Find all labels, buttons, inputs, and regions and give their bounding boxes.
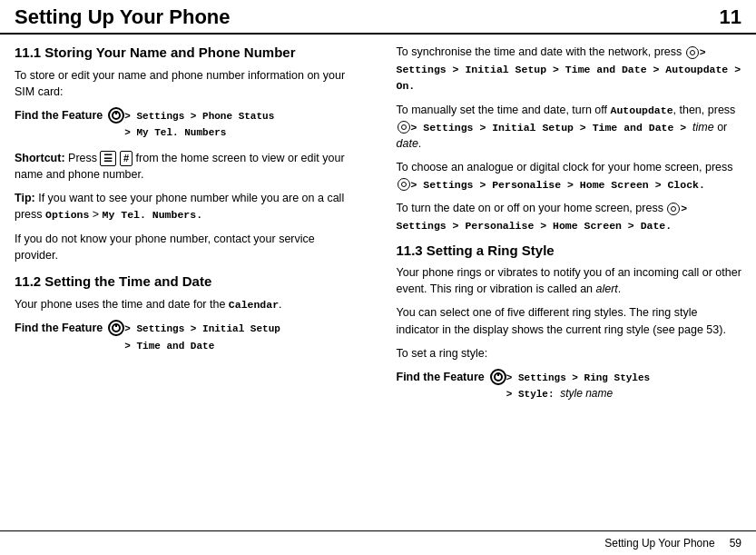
autoupdate-mono: Autoupdate <box>611 104 673 116</box>
style-name-italic: style name <box>560 387 613 400</box>
nav-dot-manual <box>398 121 410 134</box>
key-menu: ☰ <box>100 151 116 166</box>
ring-path-line2: > Style: <box>506 389 560 400</box>
para1-text: Your phone rings or vibrates to notify y… <box>397 266 741 295</box>
calendar-mono: Calendar <box>229 299 279 311</box>
find-feature-label-11-1: Find the Feature <box>15 107 124 124</box>
find-feature-11-3: Find the Feature > Settings > Ring Style… <box>397 369 742 402</box>
tip-gt: > <box>89 208 102 221</box>
manual-path: > Settings > Initial Setup > Time and Da… <box>411 122 693 134</box>
page-title: Setting Up Your Phone <box>15 5 231 29</box>
shortcut-label: Shortcut: <box>15 152 65 164</box>
manual-text2: , then, press <box>673 104 736 116</box>
section-11-2: 11.2 Setting the Time and Date Your phon… <box>15 273 360 353</box>
left-column: 11.1 Storing Your Name and Phone Number … <box>15 44 368 517</box>
section-11-2-intro-text: Your phone uses the time and date for th… <box>15 298 229 311</box>
para1-italic: alert <box>596 282 618 295</box>
section-11-3-heading: 11.3 Setting a Ring Style <box>397 242 742 260</box>
footer-text: Setting Up Your Phone <box>604 537 714 550</box>
date-on-text: To turn the date on or off on your home … <box>397 200 742 233</box>
provider-text: If you do not know your phone number, co… <box>15 231 360 263</box>
tip-label: Tip: <box>15 192 35 204</box>
page-header: Setting Up Your Phone 11 <box>0 0 756 35</box>
shortcut-text: Shortcut: Press ☰ # from the home screen… <box>15 150 360 183</box>
find-feature-11-2: Find the Feature > Settings > Initial Se… <box>15 320 360 353</box>
find-feature-path-11-2: > Settings > Initial Setup > Time and Da… <box>124 320 280 353</box>
para1-end: . <box>618 282 621 295</box>
section-11-3: 11.3 Setting a Ring Style Your phone rin… <box>397 242 742 402</box>
nav-dot-analogue <box>398 178 410 191</box>
tip-text: Tip: If you want to see your phone numbe… <box>15 190 360 223</box>
sync-text1: To synchronise the time and date with th… <box>397 45 685 58</box>
section-11-3-para3: To set a ring style: <box>397 345 742 362</box>
section-11-2-intro: Your phone uses the time and date for th… <box>15 296 360 313</box>
page-footer: Setting Up Your Phone 59 <box>0 530 756 555</box>
section-11-3-para2: You can select one of five different rin… <box>397 304 742 337</box>
find-feature-11-1: Find the Feature > Settings > Phone Stat… <box>15 107 360 141</box>
manual-time: time <box>692 121 714 134</box>
nav-icon-11-3 <box>490 369 506 385</box>
nav-icon-11-2 <box>108 320 124 336</box>
sync-text: To synchronise the time and date with th… <box>397 44 742 94</box>
find-feature-path-line1-11-1: > Settings > Phone Status <box>124 111 274 122</box>
tip-options: Options <box>45 209 89 221</box>
nav-dot-sync <box>686 46 699 59</box>
find-feature-path-line1-11-2: > Settings > Initial Setup <box>124 323 280 334</box>
find-feature-path-11-1: > Settings > Phone Status > My Tel. Numb… <box>124 107 274 141</box>
key-hash: # <box>120 151 133 166</box>
ring-path-line1: > Settings > Ring Styles <box>506 372 650 383</box>
analogue-path: > Settings > Personalise > Home Screen >… <box>411 179 705 191</box>
section-11-1: 11.1 Storing Your Name and Phone Number … <box>15 44 360 263</box>
analogue-text: To choose an analogue or digital clock f… <box>397 159 742 193</box>
shortcut-text-part1: Press <box>68 152 100 164</box>
nav-icon-11-1 <box>108 107 124 124</box>
find-feature-label-11-2: Find the Feature <box>15 320 124 336</box>
analogue-text1: To choose an analogue or digital clock f… <box>397 161 733 173</box>
find-feature-label-11-3: Find the Feature <box>397 369 506 385</box>
page-number: 11 <box>720 5 741 29</box>
section-11-2-heading: 11.2 Setting the Time and Date <box>15 273 360 291</box>
section-11-1-intro: To store or edit your name and phone num… <box>15 67 360 100</box>
section-11-1-heading: 11.1 Storing Your Name and Phone Number <box>15 44 360 62</box>
manual-text: To manually set the time and date, turn … <box>397 102 742 152</box>
find-feature-path-line2-11-1: > My Tel. Numbers <box>124 127 226 138</box>
manual-date: date <box>397 137 418 150</box>
manual-or: or <box>714 121 728 134</box>
find-feature-path-line2-11-2: > Time and Date <box>124 341 214 352</box>
manual-end: . <box>418 137 421 150</box>
date-on-text1: To turn the date on or off on your home … <box>397 202 667 214</box>
section-11-2-intro-end: . <box>279 298 281 311</box>
footer-page-number: 59 <box>730 537 741 550</box>
main-content: 11.1 Storing Your Name and Phone Number … <box>0 35 756 517</box>
section-11-3-para1: Your phone rings or vibrates to notify y… <box>397 264 742 297</box>
right-column: To synchronise the time and date with th… <box>389 44 742 517</box>
nav-dot-date <box>667 203 680 215</box>
tip-mytel: My Tel. Numbers. <box>103 209 202 221</box>
find-feature-path-11-3: > Settings > Ring Styles > Style: style … <box>506 369 650 402</box>
manual-text1: To manually set the time and date, turn … <box>397 104 611 116</box>
